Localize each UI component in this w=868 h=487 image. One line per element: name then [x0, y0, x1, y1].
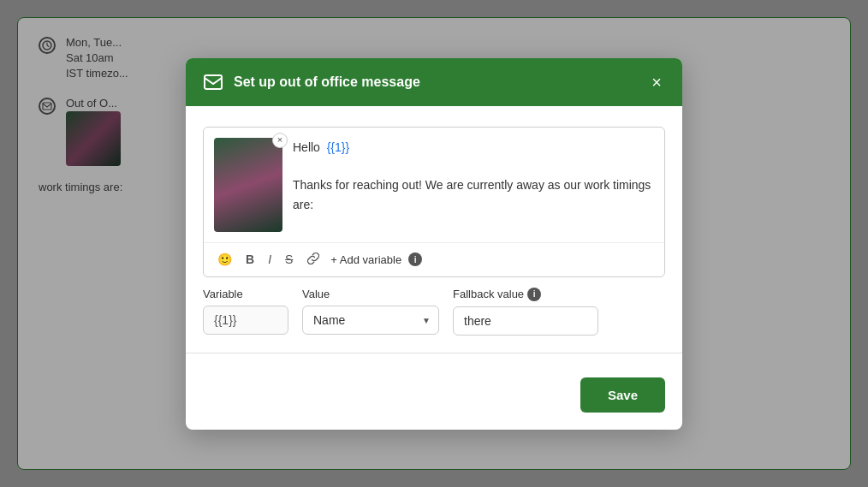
variable-label: Variable [203, 288, 288, 300]
fallback-input[interactable] [453, 306, 598, 336]
value-label: Value [302, 288, 439, 300]
value-field: Value Name Email Phone Custom [302, 288, 439, 335]
message-line1: Hello {{1}} [293, 138, 654, 157]
emoji-button[interactable]: 🙂 [214, 251, 235, 268]
email-icon [203, 72, 223, 92]
modal-body: × Hello {{1}} Thanks for reaching out! W… [186, 106, 682, 353]
variable-info-icon: i [408, 252, 422, 266]
modal-divider [186, 353, 682, 353]
svg-rect-2 [205, 75, 222, 89]
message-image [214, 138, 282, 232]
fallback-field: Fallback value i [453, 288, 598, 336]
modal-title: Set up out of office message [234, 74, 638, 90]
variable-input[interactable] [203, 306, 288, 335]
variable-field: Variable [203, 288, 288, 335]
message-content: × Hello {{1}} Thanks for reaching out! W… [204, 128, 664, 242]
value-select[interactable]: Name Email Phone Custom [302, 306, 439, 335]
modal-footer: Save [186, 367, 682, 430]
variable-section: Variable Value Name Email Phone Custom [203, 288, 665, 336]
add-variable-label: + Add variable [330, 253, 401, 266]
link-button[interactable] [303, 250, 324, 270]
message-text-area[interactable]: Hello {{1}} Thanks for reaching out! We … [293, 138, 654, 232]
modal-overlay: Set up out of office message × × Hello {… [0, 0, 868, 487]
close-button[interactable]: × [648, 72, 665, 92]
bold-button[interactable]: B [242, 251, 258, 268]
italic-button[interactable]: I [265, 251, 275, 268]
message-editor: × Hello {{1}} Thanks for reaching out! W… [203, 127, 665, 277]
message-line2: Thanks for reaching out! We are currentl… [293, 175, 654, 214]
value-select-wrapper: Name Email Phone Custom [302, 306, 439, 335]
modal-header: Set up out of office message × [186, 58, 682, 106]
fallback-label: Fallback value i [453, 288, 598, 301]
modal-dialog: Set up out of office message × × Hello {… [186, 58, 682, 430]
variable-token: {{1}} [327, 140, 350, 154]
strikethrough-button[interactable]: S [282, 251, 296, 268]
save-button[interactable]: Save [580, 377, 665, 413]
fallback-info-icon: i [527, 288, 541, 301]
add-variable-button[interactable]: + Add variable [330, 253, 401, 266]
editor-toolbar: 🙂 B I S + Add variable i [204, 242, 664, 276]
message-image-wrapper: × [214, 138, 282, 232]
image-remove-button[interactable]: × [272, 133, 288, 148]
